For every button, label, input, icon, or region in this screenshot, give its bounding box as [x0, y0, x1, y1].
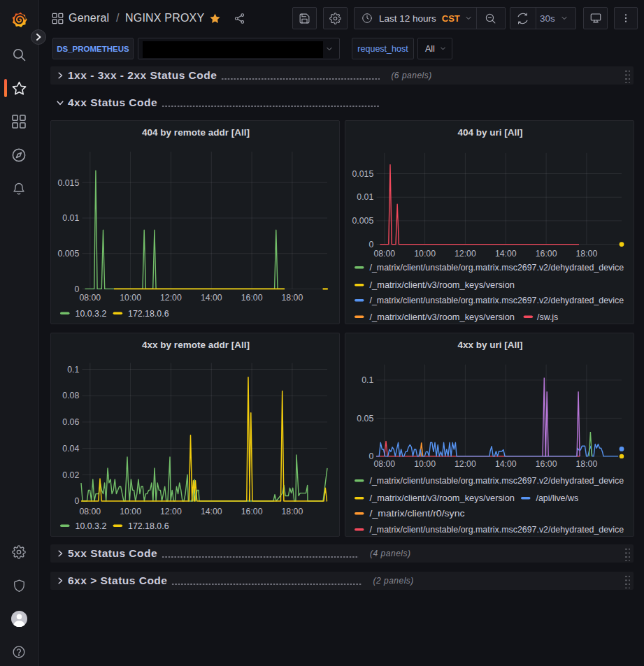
svg-text:16:00: 16:00: [536, 459, 557, 469]
svg-text:172.18.0.6: 172.18.0.6: [128, 309, 169, 319]
svg-text:16:00: 16:00: [241, 293, 263, 303]
svg-text:18:00: 18:00: [282, 507, 303, 516]
svg-text:0: 0: [74, 284, 79, 294]
svg-text:12:00: 12:00: [160, 293, 182, 303]
svg-text:18:00: 18:00: [282, 293, 303, 303]
svg-text:14:00: 14:00: [201, 293, 222, 303]
svg-text:12:00: 12:00: [160, 507, 182, 516]
svg-text:0.015: 0.015: [58, 178, 80, 188]
svg-text:/_matrix/client/unstable/org.m: /_matrix/client/unstable/org.matrix.msc2…: [370, 476, 624, 486]
svg-text:10:00: 10:00: [120, 293, 141, 303]
svg-text:08:00: 08:00: [373, 249, 395, 259]
svg-text:/_matrix/client/v3/room_keys/v: /_matrix/client/v3/room_keys/version: [370, 493, 515, 503]
svg-text:4xx by uri [All]: 4xx by uri [All]: [457, 340, 522, 350]
svg-text:18:00: 18:00: [576, 249, 598, 259]
svg-text:0.005: 0.005: [352, 216, 374, 226]
svg-text:/_matrix/client/unstable/org.m: /_matrix/client/unstable/org.matrix.msc2…: [370, 296, 624, 305]
svg-text:/_matrix/client/unstable/org.m: /_matrix/client/unstable/org.matrix.msc2…: [370, 263, 624, 273]
svg-text:14:00: 14:00: [201, 507, 222, 516]
svg-text:0.005: 0.005: [58, 249, 80, 259]
svg-text:14:00: 14:00: [495, 459, 517, 469]
svg-text:0.01: 0.01: [357, 192, 373, 202]
svg-text:12:00: 12:00: [455, 249, 476, 259]
svg-text:404 by remote addr [All]: 404 by remote addr [All]: [142, 127, 250, 138]
svg-text:/_matrix/client/unstable/org.m: /_matrix/client/unstable/org.matrix.msc2…: [370, 525, 624, 535]
svg-text:10:00: 10:00: [414, 249, 436, 259]
svg-text:0: 0: [368, 451, 373, 461]
svg-text:10.0.3.2: 10.0.3.2: [76, 309, 107, 319]
svg-text:08:00: 08:00: [79, 293, 101, 303]
svg-text:0.08: 0.08: [62, 391, 79, 400]
svg-text:12:00: 12:00: [455, 459, 476, 469]
svg-text:08:00: 08:00: [373, 459, 395, 469]
svg-text:10:00: 10:00: [120, 507, 141, 516]
svg-text:0.02: 0.02: [62, 470, 79, 480]
svg-text:172.18.0.6: 172.18.0.6: [128, 521, 169, 531]
svg-text:/_matrix/client/v3/room_keys/v: /_matrix/client/v3/room_keys/version: [370, 280, 515, 290]
svg-text:0.06: 0.06: [62, 417, 79, 427]
svg-text:16:00: 16:00: [241, 507, 263, 516]
svg-text:08:00: 08:00: [79, 507, 101, 516]
svg-text:0: 0: [368, 240, 373, 249]
svg-text:14:00: 14:00: [495, 249, 517, 259]
svg-text:18:00: 18:00: [576, 459, 598, 469]
svg-text:0: 0: [74, 496, 79, 506]
svg-text:/_matrix/client/r0/sync: /_matrix/client/r0/sync: [370, 509, 465, 519]
svg-text:10:00: 10:00: [414, 459, 436, 469]
svg-text:/sw.js: /sw.js: [537, 312, 558, 322]
svg-text:0.01: 0.01: [62, 213, 79, 223]
svg-text:/api/live/ws: /api/live/ws: [536, 493, 579, 503]
svg-text:16:00: 16:00: [536, 249, 557, 259]
svg-text:0.05: 0.05: [357, 414, 373, 424]
svg-text:0.015: 0.015: [352, 169, 374, 179]
svg-text:0.1: 0.1: [362, 375, 373, 385]
svg-text:0.1: 0.1: [67, 365, 79, 375]
svg-text:/_matrix/client/v3/room_keys/v: /_matrix/client/v3/room_keys/version: [370, 312, 515, 322]
svg-text:0.04: 0.04: [62, 444, 79, 454]
svg-text:10.0.3.2: 10.0.3.2: [76, 521, 107, 531]
svg-text:4xx by remote addr [All]: 4xx by remote addr [All]: [142, 340, 250, 350]
svg-text:404 by uri [All]: 404 by uri [All]: [457, 127, 522, 138]
